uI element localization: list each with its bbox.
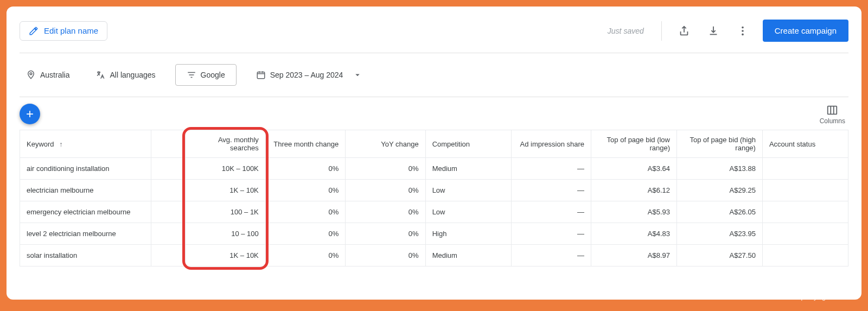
table-row[interactable]: air conditioning installation10K – 100K0… — [20, 158, 848, 180]
network-filter[interactable]: Google — [175, 64, 237, 86]
cell-keyword: air conditioning installation — [20, 158, 151, 180]
language-label: All languages — [110, 71, 155, 79]
cell-bid-high: A$27.50 — [676, 245, 762, 266]
table-row[interactable]: electrician melbourne1K – 10K0%0%Low—A$6… — [20, 180, 848, 201]
top-bar: Edit plan name Just saved Create campaig… — [20, 20, 848, 53]
share-button[interactable] — [675, 22, 693, 40]
cell-yoy-change: 0% — [346, 223, 425, 245]
cell-avg-monthly-searches: 1K – 10K — [186, 180, 265, 201]
chevron-down-icon — [353, 70, 362, 80]
download-icon — [707, 25, 719, 37]
header-bid-low[interactable]: Top of page bid (low range) — [591, 130, 677, 158]
vertical-divider — [661, 21, 662, 41]
cell-competition: Low — [425, 180, 511, 201]
cell-bid-low: A$6.12 — [591, 180, 677, 201]
location-filter[interactable]: Australia — [20, 66, 76, 84]
svg-point-1 — [742, 30, 744, 32]
table-row[interactable]: emergency electrician melbourne100 – 1K0… — [20, 201, 848, 223]
header-status-label: Account status — [769, 140, 815, 148]
cell-account-status — [762, 158, 848, 180]
sort-ascending-icon: ↑ — [59, 140, 63, 148]
cell-three-month-change: 0% — [265, 245, 345, 266]
top-right-actions: Just saved Create campaign — [608, 20, 848, 42]
header-ad-impression-share[interactable]: Ad impression share — [511, 130, 591, 158]
edit-plan-name-button[interactable]: Edit plan name — [20, 21, 107, 41]
header-avg-monthly-searches[interactable]: Avg. monthly searches — [186, 130, 265, 158]
cell-avg-monthly-searches: 100 – 1K — [186, 201, 265, 223]
header-account-status[interactable]: Account status — [762, 130, 848, 158]
table-header-row: Keyword ↑ Avg. monthly searches Three mo… — [20, 130, 848, 158]
cell-ad-impression-share: — — [511, 180, 591, 201]
create-campaign-label: Create campaign — [775, 26, 837, 35]
network-label: Google — [201, 71, 225, 79]
cell-blank — [151, 223, 186, 245]
cell-competition: Medium — [425, 158, 511, 180]
cell-three-month-change: 0% — [265, 223, 345, 245]
watermark: sparkydigital.com.au — [798, 293, 857, 301]
edit-plan-name-label: Edit plan name — [44, 26, 98, 35]
location-pin-icon — [26, 70, 36, 80]
cell-account-status — [762, 201, 848, 223]
cell-three-month-change: 0% — [265, 180, 345, 201]
table-toolbar: + Columns — [20, 97, 848, 125]
more-options-button[interactable] — [733, 22, 752, 40]
header-bid-high[interactable]: Top of page bid (high range) — [676, 130, 762, 158]
header-blank — [151, 130, 186, 158]
cell-ad-impression-share: — — [511, 223, 591, 245]
cell-bid-low: A$4.83 — [591, 223, 677, 245]
cell-bid-low: A$5.93 — [591, 201, 677, 223]
translate-icon — [95, 70, 105, 80]
cell-bid-high: A$13.88 — [676, 158, 762, 180]
cell-account-status — [762, 223, 848, 245]
pencil-icon — [29, 26, 39, 36]
cell-competition: Medium — [425, 245, 511, 266]
cell-blank — [151, 180, 186, 201]
language-filter[interactable]: All languages — [89, 66, 162, 84]
app-container: Edit plan name Just saved Create campaig… — [7, 7, 861, 300]
header-keyword[interactable]: Keyword ↑ — [20, 130, 151, 158]
download-button[interactable] — [704, 22, 723, 40]
keywords-table: Keyword ↑ Avg. monthly searches Three mo… — [20, 130, 848, 266]
date-range-filter[interactable]: Sep 2023 – Aug 2024 — [250, 66, 369, 84]
cell-bid-high: A$23.95 — [676, 223, 762, 245]
header-three-month-change[interactable]: Three month change — [265, 130, 345, 158]
header-yoy-change[interactable]: YoY change — [346, 130, 425, 158]
cell-avg-monthly-searches: 1K – 10K — [186, 245, 265, 266]
header-competition[interactable]: Competition — [425, 130, 511, 158]
date-range-label: Sep 2023 – Aug 2024 — [270, 71, 343, 79]
cell-keyword: solar installation — [20, 245, 151, 266]
cell-ad-impression-share: — — [511, 201, 591, 223]
header-yoy-label: YoY change — [381, 140, 418, 148]
table-row[interactable]: solar installation1K – 10K0%0%Medium—A$8… — [20, 245, 848, 266]
plus-icon: + — [26, 106, 34, 122]
cell-keyword: emergency electrician melbourne — [20, 201, 151, 223]
table-row[interactable]: level 2 electrician melbourne10 – 1000%0… — [20, 223, 848, 245]
cell-blank — [151, 201, 186, 223]
header-three-label: Three month change — [273, 140, 339, 148]
cell-bid-high: A$29.25 — [676, 180, 762, 201]
columns-button[interactable]: Columns — [816, 104, 848, 125]
header-comp-label: Competition — [432, 140, 470, 148]
cell-bid-low: A$3.64 — [591, 158, 677, 180]
cell-yoy-change: 0% — [346, 201, 425, 223]
cell-yoy-change: 0% — [346, 245, 425, 266]
filter-icon — [187, 70, 196, 80]
cell-blank — [151, 158, 186, 180]
svg-point-2 — [742, 33, 744, 35]
cell-keyword: electrician melbourne — [20, 180, 151, 201]
svg-point-3 — [30, 73, 32, 75]
columns-label: Columns — [820, 117, 845, 125]
columns-icon — [826, 104, 838, 116]
add-keyword-fab[interactable]: + — [20, 104, 40, 124]
header-avg-label: Avg. monthly searches — [218, 136, 259, 152]
cell-bid-low: A$8.97 — [591, 245, 677, 266]
save-status: Just saved — [608, 27, 644, 35]
table-body: air conditioning installation10K – 100K0… — [20, 158, 848, 266]
cell-bid-high: A$26.05 — [676, 201, 762, 223]
cell-three-month-change: 0% — [265, 158, 345, 180]
header-imp-label: Ad impression share — [520, 140, 585, 148]
share-icon — [678, 25, 690, 37]
create-campaign-button[interactable]: Create campaign — [763, 20, 848, 42]
calendar-icon — [256, 70, 266, 80]
cell-three-month-change: 0% — [265, 201, 345, 223]
